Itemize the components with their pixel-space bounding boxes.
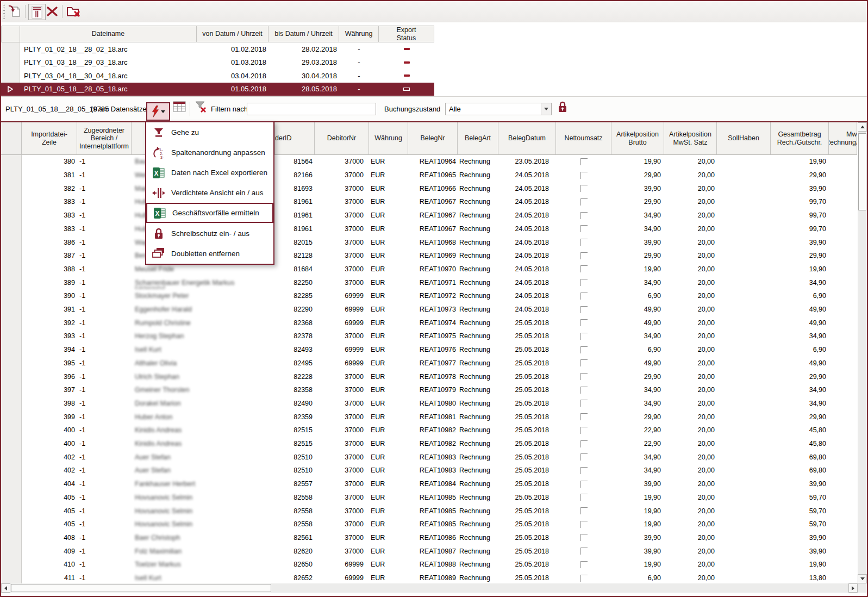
grid-column-header[interactable]: Artikelposition MwSt. Satz: [664, 122, 717, 155]
grid-column-header[interactable]: BelegDatum: [498, 122, 556, 155]
checkbox-unchecked[interactable]: [580, 521, 588, 528]
actions-flash-button[interactable]: [146, 102, 170, 121]
table-row[interactable]: 391-1Eggenhofer Harald8229069999EURREAT1…: [22, 303, 857, 316]
menu-item-daten-nach-excel-exportieren[interactable]: XDaten nach Excel exportieren: [146, 163, 273, 183]
checkbox-unchecked[interactable]: [580, 279, 588, 286]
grid-column-header[interactable]: Nettoumsatz: [556, 122, 611, 155]
checkbox-unchecked[interactable]: [580, 212, 588, 219]
horizontal-scrollbar[interactable]: [1, 583, 858, 593]
toolbar-grip[interactable]: [3, 4, 5, 19]
table-row[interactable]: 405-1Hovsanovic Selmin8255837000EURREAT1…: [22, 491, 857, 505]
checkbox-unchecked[interactable]: [580, 225, 588, 232]
table-row[interactable]: 397-1Gmeiner Thorsten8235837000EURREAT10…: [22, 383, 857, 397]
menu-item-doubletten-entfernen[interactable]: Doubletten entfernen: [146, 244, 273, 264]
table-row[interactable]: 411-1Isell Kurt8265269999EURREAT10989Rec…: [22, 571, 857, 583]
scroll-right-button[interactable]: [848, 583, 858, 593]
scroll-left-button[interactable]: [1, 583, 10, 593]
checkbox-unchecked[interactable]: [580, 575, 588, 582]
checkbox-unchecked[interactable]: [580, 400, 588, 407]
checkbox-unchecked[interactable]: [580, 534, 588, 541]
menu-item-spaltenanordnung-anpassen[interactable]: 1-2-3-Spaltenanordnung anpassen: [146, 142, 273, 163]
table-row[interactable]: 402-1Auer Stefan8251037000EURREAT10983Re…: [22, 464, 857, 477]
combo-dropdown-button[interactable]: [541, 103, 551, 115]
vertical-scroll-thumb[interactable]: [858, 133, 866, 210]
menu-item-verdichtete-ansicht-ein-aus[interactable]: Verdichtete Ansicht ein / aus: [146, 183, 273, 203]
report-view-icon[interactable]: [28, 4, 46, 20]
table-row[interactable]: 405-1Hovsanovic Selmin8255837000EURREAT1…: [22, 504, 857, 518]
scroll-down-button[interactable]: [858, 574, 867, 583]
checkbox-unchecked[interactable]: [580, 467, 588, 474]
table-row[interactable]: 400-1Kinidis Andreas8251537000EURREAT109…: [22, 437, 857, 451]
grid-column-header[interactable]: Zugeordneter Bereich / Internetplattform: [77, 122, 132, 155]
grid-column-header[interactable]: Währung: [369, 122, 408, 155]
grid-column-header[interactable]: BelegArt: [458, 122, 498, 155]
checkbox-unchecked[interactable]: [580, 306, 588, 313]
table-row[interactable]: 392-1Rumpold Christine8236869999EURREAT1…: [22, 316, 857, 329]
table-view-icon[interactable]: [172, 99, 187, 114]
booking-state-select[interactable]: Alle: [445, 103, 552, 115]
file-column-header[interactable]: Dateiname: [20, 26, 197, 42]
grid-column-header[interactable]: [1, 122, 22, 155]
checkbox-unchecked[interactable]: [580, 440, 588, 447]
filter-clear-icon[interactable]: [193, 99, 208, 114]
table-row[interactable]: 404-1Fankhauser Herbert8255737000EURREAT…: [22, 477, 857, 491]
file-column-header[interactable]: Export Status: [379, 26, 434, 42]
checkbox-unchecked[interactable]: [580, 548, 588, 555]
grid-column-header[interactable]: Artikelposition Brutto: [611, 122, 664, 155]
grid-column-header[interactable]: derID: [275, 122, 315, 155]
grid-column-header[interactable]: Gesamtbetrag Rech./Gutschr.: [771, 122, 829, 155]
grid-column-header[interactable]: MwStRechnung/Gutschr.: [829, 122, 857, 155]
file-column-header[interactable]: von Datum / Uhrzeit: [197, 26, 268, 42]
checkbox-unchecked[interactable]: [580, 561, 588, 568]
checkbox-unchecked[interactable]: [580, 172, 588, 179]
menu-item-gehe-zu[interactable]: Gehe zu: [146, 122, 273, 142]
table-row[interactable]: 390-1Stockmayer Peter8228569999EURREAT10…: [22, 289, 857, 303]
checkbox-unchecked[interactable]: [580, 252, 588, 259]
checkbox-unchecked[interactable]: [580, 333, 588, 340]
checkbox-unchecked[interactable]: [580, 427, 588, 434]
checkbox-unchecked[interactable]: [580, 158, 588, 165]
table-row[interactable]: 409-1Folz Maximilian8262037000EURREAT109…: [22, 544, 857, 558]
table-row[interactable]: 399-1Huber Anton8235937000EURREAT10981Re…: [22, 410, 857, 424]
table-row[interactable]: 398-1Dorakel Marion8249037000EURREAT1098…: [22, 397, 857, 411]
file-column-header[interactable]: Währung: [339, 26, 379, 42]
file-column-header[interactable]: bis Datum / Uhrzeit: [268, 26, 339, 42]
checkbox-unchecked[interactable]: [580, 481, 588, 488]
checkbox-unchecked[interactable]: [580, 373, 588, 380]
checkbox-unchecked[interactable]: [580, 319, 588, 326]
grid-column-header[interactable]: DebitorNr: [315, 122, 369, 155]
table-row[interactable]: 410-1Toelzer Markus8265069999EURREAT1098…: [22, 558, 857, 571]
grid-column-header[interactable]: BelegNr: [408, 122, 458, 155]
checkbox-unchecked[interactable]: [580, 453, 588, 461]
menu-item-schreibschutz-ein-aus[interactable]: Schreibschutz ein- / aus: [146, 223, 273, 243]
checkbox-unchecked[interactable]: [580, 359, 588, 366]
file-column-header[interactable]: [1, 26, 20, 42]
import-file-icon[interactable]: [7, 4, 22, 19]
checkbox-unchecked[interactable]: [580, 494, 588, 501]
file-row[interactable]: PLTY_01_03_18__29_03_18.arc01.03.201829.…: [1, 56, 434, 70]
menu-item-gesch-ftsvorf-lle-ermitteln[interactable]: XGeschäftsvorfälle ermitteln: [146, 203, 273, 223]
table-row[interactable]: 393-1Herzog Stephan8237837000EURREAT1097…: [22, 329, 857, 343]
checkbox-unchecked[interactable]: [580, 239, 588, 246]
table-row[interactable]: 394-1Isell Kurt8249369999EURREAT10976Rec…: [22, 343, 857, 357]
checkbox-unchecked[interactable]: [580, 413, 588, 420]
file-row[interactable]: PLTY_01_02_18__28_02_18.arc01.02.201828.…: [1, 42, 434, 56]
table-row[interactable]: 400-1Kinidis Andreas8251537000EURREAT109…: [22, 424, 857, 437]
table-row[interactable]: 402-1Auer Stefan8251037000EURREAT10983Re…: [22, 450, 857, 464]
checkbox-unchecked[interactable]: [580, 346, 588, 353]
table-row[interactable]: 396-1Ulrich Stephan8222837000EURREAT1097…: [22, 370, 857, 383]
table-row[interactable]: 395-1Althaler Olivia8249569999EURREAT109…: [22, 357, 857, 370]
table-row[interactable]: 408-1Baer Christoph8256137000EURREAT1098…: [22, 531, 857, 545]
write-protection-lock-icon[interactable]: [556, 99, 569, 114]
grid-column-header[interactable]: Importdatei- Zeile: [22, 122, 77, 155]
horizontal-scroll-thumb[interactable]: [11, 584, 271, 592]
file-row[interactable]: PLTY_01_05_18__28_05_18.arc01.05.201828.…: [1, 83, 434, 96]
file-row[interactable]: PLTY_03_04_18__30_04_18.arc03.04.201830.…: [1, 69, 434, 83]
checkbox-unchecked[interactable]: [580, 507, 588, 514]
scroll-up-button[interactable]: [858, 122, 867, 132]
vertical-scrollbar[interactable]: [858, 122, 867, 583]
remove-file-icon[interactable]: [65, 4, 83, 19]
delete-icon[interactable]: [45, 4, 60, 19]
checkbox-unchecked[interactable]: [580, 185, 588, 192]
checkbox-unchecked[interactable]: [580, 293, 588, 300]
